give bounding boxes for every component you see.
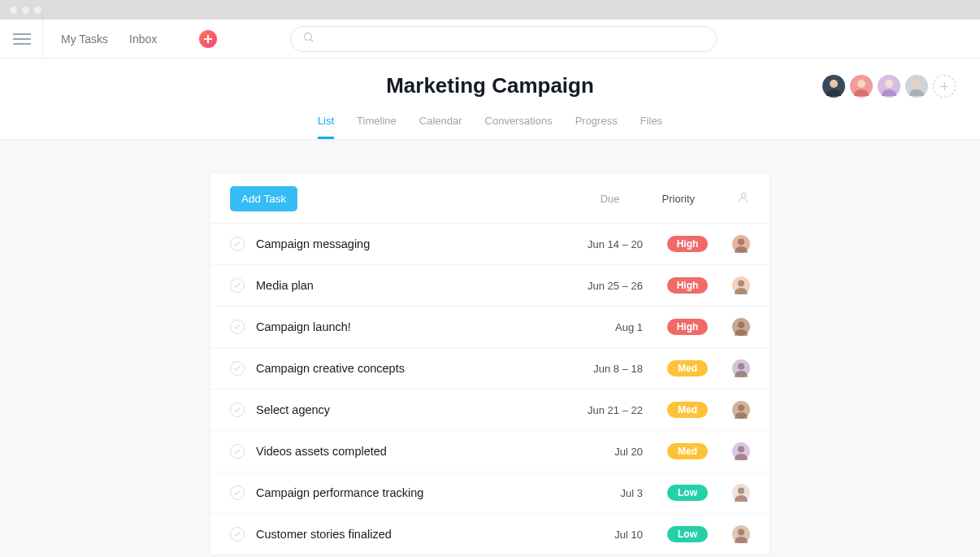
task-row[interactable]: Campaign launch!Aug 1High — [210, 307, 770, 348]
task-name[interactable]: Campaign launch! — [256, 320, 545, 333]
svg-point-3 — [857, 80, 865, 88]
task-panel: Add Task Due Priority Campaign messaging… — [210, 172, 770, 555]
tab-conversations[interactable]: Conversations — [485, 115, 553, 139]
task-row[interactable]: Customer stories finalizedJul 10Low — [210, 514, 770, 555]
assignee-icon — [737, 191, 750, 207]
window-dot-zoom[interactable] — [34, 7, 41, 14]
task-row[interactable]: Videos assets completedJul 20Med — [210, 431, 770, 472]
task-due: Jun 21 – 22 — [545, 404, 643, 416]
quick-add-button[interactable] — [199, 30, 217, 48]
divider — [42, 20, 43, 59]
window-chrome — [0, 0, 980, 20]
project-members — [822, 75, 956, 98]
tab-calendar[interactable]: Calendar — [419, 115, 462, 139]
priority-pill[interactable]: Low — [667, 485, 708, 501]
project-tabs: ListTimelineCalendarConversationsProgres… — [0, 115, 980, 139]
col-priority[interactable]: Priority — [662, 193, 695, 205]
svg-point-2 — [830, 80, 838, 88]
task-due: Jun 8 – 18 — [545, 363, 643, 375]
assignee-avatar[interactable] — [732, 442, 750, 460]
svg-point-4 — [885, 80, 893, 88]
priority-pill[interactable]: Med — [667, 402, 708, 418]
task-due: Jun 25 – 26 — [545, 280, 643, 292]
svg-point-6 — [741, 194, 745, 198]
tab-timeline[interactable]: Timeline — [357, 115, 397, 139]
assignee-avatar[interactable] — [732, 318, 750, 336]
priority-pill[interactable]: Med — [667, 443, 708, 459]
member-avatar[interactable] — [905, 75, 928, 98]
task-name[interactable]: Select agency — [256, 403, 545, 416]
search-input[interactable] — [290, 26, 717, 52]
complete-task-icon[interactable] — [230, 444, 245, 459]
tab-list[interactable]: List — [318, 115, 334, 139]
task-name[interactable]: Campaign creative concepts — [256, 362, 545, 375]
member-avatar[interactable] — [822, 75, 845, 98]
task-row[interactable]: Campaign performance trackingJul 3Low — [210, 472, 770, 514]
task-list: Campaign messagingJun 14 – 20HighMedia p… — [210, 224, 770, 555]
task-due: Jul 20 — [545, 446, 643, 458]
search-field[interactable] — [321, 33, 705, 46]
complete-task-icon[interactable] — [230, 278, 245, 293]
add-task-button[interactable]: Add Task — [230, 186, 297, 211]
task-name[interactable]: Videos assets completed — [256, 445, 545, 458]
nav-my-tasks[interactable]: My Tasks — [61, 33, 108, 46]
priority-pill[interactable]: Med — [667, 360, 708, 376]
assignee-avatar[interactable] — [732, 525, 750, 543]
assignee-avatar[interactable] — [732, 276, 750, 294]
task-name[interactable]: Campaign performance tracking — [256, 486, 545, 499]
svg-point-5 — [913, 80, 921, 88]
search-icon — [302, 31, 314, 46]
priority-pill[interactable]: High — [667, 319, 708, 335]
assignee-avatar[interactable] — [732, 359, 750, 377]
assignee-avatar[interactable] — [732, 484, 750, 502]
complete-task-icon[interactable] — [230, 485, 245, 500]
task-row[interactable]: Select agencyJun 21 – 22Med — [210, 389, 770, 431]
task-name[interactable]: Media plan — [256, 279, 545, 292]
window-dot-minimize[interactable] — [22, 7, 29, 14]
assignee-avatar[interactable] — [732, 401, 750, 419]
svg-point-12 — [738, 446, 744, 453]
svg-point-7 — [738, 239, 744, 246]
complete-task-icon[interactable] — [230, 320, 245, 334]
topbar: My Tasks Inbox — [0, 20, 980, 59]
task-due: Jun 14 – 20 — [545, 238, 643, 250]
complete-task-icon[interactable] — [230, 237, 245, 251]
member-avatar[interactable] — [878, 75, 900, 98]
task-due: Jul 10 — [545, 529, 643, 541]
svg-line-1 — [311, 39, 314, 41]
nav-inbox[interactable]: Inbox — [129, 33, 157, 46]
svg-point-14 — [738, 529, 744, 536]
task-due: Jul 3 — [545, 487, 643, 499]
tab-progress[interactable]: Progress — [575, 115, 618, 139]
col-due[interactable]: Due — [601, 193, 620, 205]
panel-header: Add Task Due Priority — [210, 173, 770, 224]
nav-links: My Tasks Inbox — [61, 30, 217, 48]
svg-point-13 — [738, 488, 744, 494]
svg-point-9 — [738, 322, 744, 329]
priority-pill[interactable]: High — [667, 277, 708, 294]
task-due: Aug 1 — [545, 321, 643, 333]
window-dot-close[interactable] — [10, 7, 17, 14]
add-member-button[interactable] — [933, 75, 956, 98]
menu-icon[interactable] — [13, 30, 31, 48]
complete-task-icon[interactable] — [230, 403, 245, 417]
complete-task-icon[interactable] — [230, 527, 245, 542]
task-row[interactable]: Media planJun 25 – 26High — [210, 265, 770, 307]
priority-pill[interactable]: High — [667, 236, 708, 252]
priority-pill[interactable]: Low — [667, 526, 708, 542]
task-row[interactable]: Campaign creative conceptsJun 8 – 18Med — [210, 348, 770, 389]
assignee-avatar[interactable] — [732, 235, 750, 253]
svg-point-8 — [738, 281, 744, 287]
task-row[interactable]: Campaign messagingJun 14 – 20High — [210, 224, 770, 265]
svg-point-11 — [738, 405, 744, 411]
member-avatar[interactable] — [850, 75, 873, 98]
tab-files[interactable]: Files — [640, 115, 662, 139]
svg-point-10 — [738, 363, 744, 370]
task-name[interactable]: Campaign messaging — [256, 237, 545, 250]
task-name[interactable]: Customer stories finalized — [256, 528, 545, 541]
project-header: Marketing Campaign ListTimelineCalendarC… — [0, 59, 980, 140]
column-headers: Due Priority — [601, 191, 750, 207]
complete-task-icon[interactable] — [230, 361, 245, 376]
svg-point-0 — [305, 33, 312, 41]
